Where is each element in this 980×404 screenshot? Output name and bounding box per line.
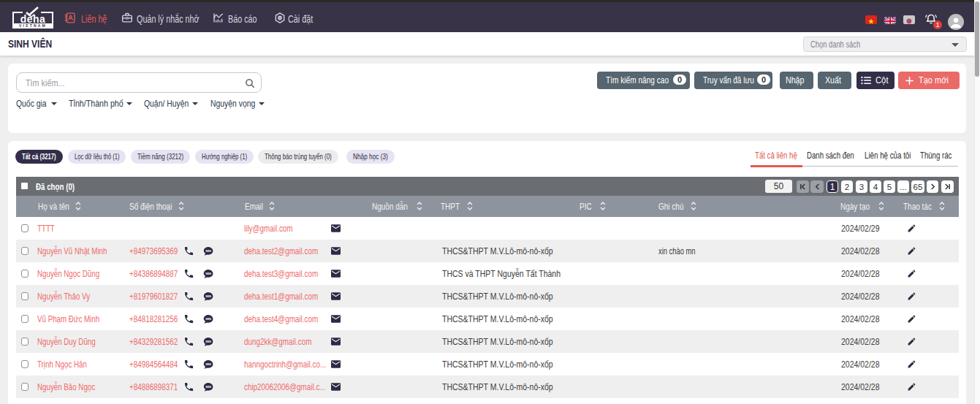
- svg-text:SMS: SMS: [205, 340, 211, 343]
- svg-text:SMS: SMS: [205, 250, 211, 253]
- svg-text:SMS: SMS: [205, 318, 211, 321]
- svg-text:SMS: SMS: [205, 363, 211, 366]
- svg-text:SMS: SMS: [205, 386, 211, 389]
- svg-text:SMS: SMS: [205, 272, 211, 275]
- svg-text:SMS: SMS: [205, 295, 211, 298]
